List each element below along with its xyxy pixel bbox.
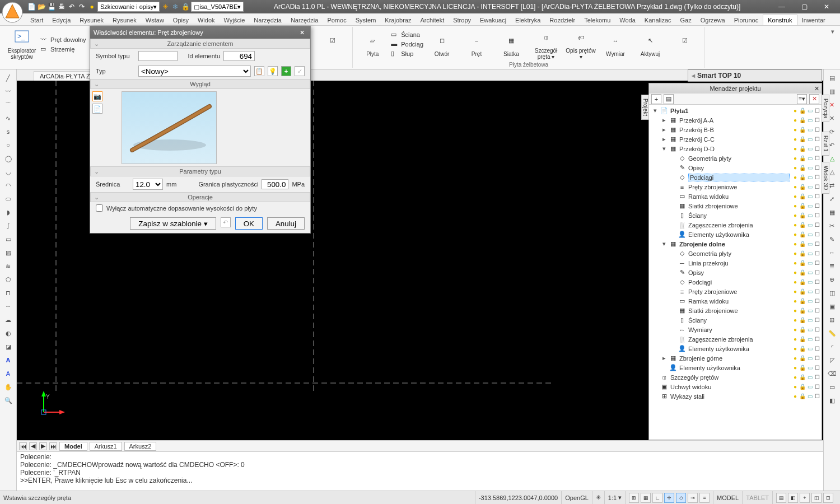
check-icon[interactable]: ☐: [814, 384, 820, 390]
tree-label[interactable]: Pręty zbrojeniowe: [688, 288, 790, 295]
zoom-tool-icon[interactable]: 🔍: [3, 395, 14, 405]
ribbon-tab-widok[interactable]: Widok: [193, 15, 220, 25]
check-icon[interactable]: ☐: [814, 298, 820, 305]
visibility-icon[interactable]: ●: [792, 136, 799, 143]
check-icon[interactable]: ☐: [814, 146, 820, 152]
print-icon[interactable]: ▭: [806, 365, 813, 371]
visibility-icon[interactable]: ●: [792, 155, 799, 162]
plyta-button[interactable]: ▱Płyta: [356, 32, 389, 57]
tab-prev-icon[interactable]: ◀: [29, 442, 37, 450]
visibility-icon[interactable]: ●: [792, 317, 799, 324]
tree-label[interactable]: Zbrojenie górne: [679, 355, 790, 362]
wipeout-tool-icon[interactable]: ◐: [3, 328, 14, 338]
print-icon[interactable]: ▭: [806, 250, 813, 257]
check-icon[interactable]: ☐: [814, 212, 820, 219]
auto-fit-checkbox[interactable]: [96, 204, 103, 212]
tree-row[interactable]: ⊞Wykazy stali●🔒▭☐: [650, 391, 820, 401]
lock-icon[interactable]: 🔒: [799, 155, 806, 162]
print-icon[interactable]: ▭: [806, 193, 813, 200]
check-icon[interactable]: ☐: [814, 346, 820, 352]
check-icon[interactable]: ☐: [814, 374, 820, 381]
tree-row[interactable]: ◇Geometria płyty●🔒▭☐: [650, 153, 820, 163]
tree-row[interactable]: ✎Opisy●🔒▭☐: [650, 268, 820, 277]
visibility-icon[interactable]: ●: [792, 165, 799, 171]
print-icon[interactable]: ▭: [806, 279, 813, 286]
earc-tool-icon[interactable]: ◗: [3, 207, 14, 217]
siatka-button[interactable]: ▦Siatka: [495, 32, 528, 57]
ribbon-tab-kanalizac[interactable]: Kanalizac: [640, 15, 676, 25]
visibility-icon[interactable]: ●: [792, 108, 799, 114]
array-icon[interactable]: ▦: [827, 207, 838, 217]
check-icon[interactable]: ☐: [814, 355, 820, 362]
pm-x-icon[interactable]: ✕: [809, 94, 819, 104]
section-look[interactable]: ⌄Wygląd: [90, 79, 310, 89]
print-icon[interactable]: ▭: [806, 355, 813, 362]
lock-icon[interactable]: 🔒: [799, 279, 806, 286]
view-photo-icon[interactable]: 📷: [92, 91, 102, 101]
tree-row[interactable]: ↔Wymiary●🔒▭☐: [650, 325, 820, 334]
tree-row[interactable]: ▾▦Zbrojenie dolne●🔒▭☐: [650, 239, 820, 249]
tree-label[interactable]: Szczegóły prętów: [670, 374, 790, 381]
qat-redo-icon[interactable]: ↷: [77, 2, 86, 11]
group-icon[interactable]: ⊞: [827, 315, 838, 325]
polyline-tool-icon[interactable]: 〰: [3, 86, 14, 96]
visibility-icon[interactable]: ●: [792, 127, 799, 133]
visibility-icon[interactable]: ●: [792, 260, 799, 267]
aktywuj2-button[interactable]: ↖Aktywuj: [634, 32, 666, 57]
print-icon[interactable]: ▭: [806, 307, 813, 314]
ribbon-tab-piorunoc[interactable]: Piorunoc: [730, 15, 763, 25]
tree-label[interactable]: Ściany: [688, 212, 790, 219]
tree-expand-icon[interactable]: ▸: [661, 126, 667, 133]
typ-check-icon[interactable]: ✓: [295, 66, 305, 76]
visibility-icon[interactable]: ●: [792, 355, 799, 362]
print-icon[interactable]: ▭: [806, 108, 813, 114]
final2-icon[interactable]: ◧: [827, 395, 838, 405]
tree-label[interactable]: Siatki zbrojeniowe: [688, 203, 790, 209]
tree-label[interactable]: Zbrojenie dolne: [679, 241, 790, 248]
status-tablet[interactable]: TABLET: [742, 491, 772, 504]
layout-tab-model[interactable]: Model: [59, 442, 87, 451]
lock-icon[interactable]: 🔒: [799, 288, 806, 295]
ribbon-tab-rozdzielr[interactable]: Rozdzielr: [545, 15, 580, 25]
visibility-icon[interactable]: ●: [792, 222, 799, 228]
ribbon-tab-telekomu[interactable]: Telekomu: [580, 15, 615, 25]
tree-row[interactable]: ▾📄Płyta1●🔒▭☐: [650, 106, 820, 115]
tree-row[interactable]: ▦Siatki zbrojeniowe●🔒▭☐: [650, 306, 820, 315]
lock-icon[interactable]: 🔒: [799, 346, 806, 352]
visibility-icon[interactable]: ●: [792, 326, 799, 333]
check-icon[interactable]: ☐: [814, 117, 820, 124]
qat-undo-icon[interactable]: ↶: [67, 2, 76, 11]
check-icon[interactable]: ☐: [814, 317, 820, 324]
qat-bulb-icon[interactable]: ●: [87, 2, 96, 11]
otrack-toggle[interactable]: ⇥: [688, 493, 698, 503]
tree-row[interactable]: ✎Opisy●🔒▭☐: [650, 163, 820, 172]
lock-icon[interactable]: 🔒: [799, 336, 806, 343]
tree-label[interactable]: Elementy użytkownika: [679, 365, 790, 371]
lock-icon[interactable]: 🔒: [799, 298, 806, 305]
tree-label[interactable]: Podciągi: [688, 174, 790, 181]
tree-expand-icon[interactable]: ▾: [661, 145, 667, 152]
check-icon[interactable]: ☐: [814, 241, 820, 248]
tree-expand-icon[interactable]: ▾: [661, 240, 667, 248]
ribbon-tab-krajobraz[interactable]: Krajobraz: [380, 15, 416, 25]
opis-pretow2-button[interactable]: 🏷Opis prętów ▾: [564, 29, 597, 60]
arc3-tool-icon[interactable]: ◠: [3, 180, 14, 190]
tree-expand-icon[interactable]: ▸: [661, 354, 667, 362]
print-icon[interactable]: ▭: [806, 298, 813, 305]
lwt-toggle[interactable]: ≡: [699, 493, 710, 503]
groove-tool-icon[interactable]: ⊓: [3, 288, 14, 298]
visibility-icon[interactable]: ●: [792, 241, 799, 248]
tree-row[interactable]: ≡Pręty zbrojeniowe●🔒▭☐: [650, 287, 820, 296]
print-icon[interactable]: ▭: [806, 231, 813, 238]
revcloud-tool-icon[interactable]: ☁: [3, 315, 14, 325]
visibility-icon[interactable]: ●: [792, 279, 799, 286]
tree-label[interactable]: Ściany: [688, 317, 790, 324]
ribbon-tab-wstaw[interactable]: Wstaw: [141, 15, 169, 25]
lock-icon[interactable]: 🔒: [799, 250, 806, 257]
explode-icon[interactable]: ≣: [827, 261, 838, 271]
grid-toggle[interactable]: ▦: [641, 493, 651, 503]
podciag-link[interactable]: ▬Podciąg: [391, 40, 423, 48]
tree-row[interactable]: ≡Pręty zbrojeniowe●🔒▭☐: [650, 182, 820, 192]
lock-icon[interactable]: 🔒: [799, 269, 806, 276]
check-icon[interactable]: ☐: [814, 326, 820, 333]
